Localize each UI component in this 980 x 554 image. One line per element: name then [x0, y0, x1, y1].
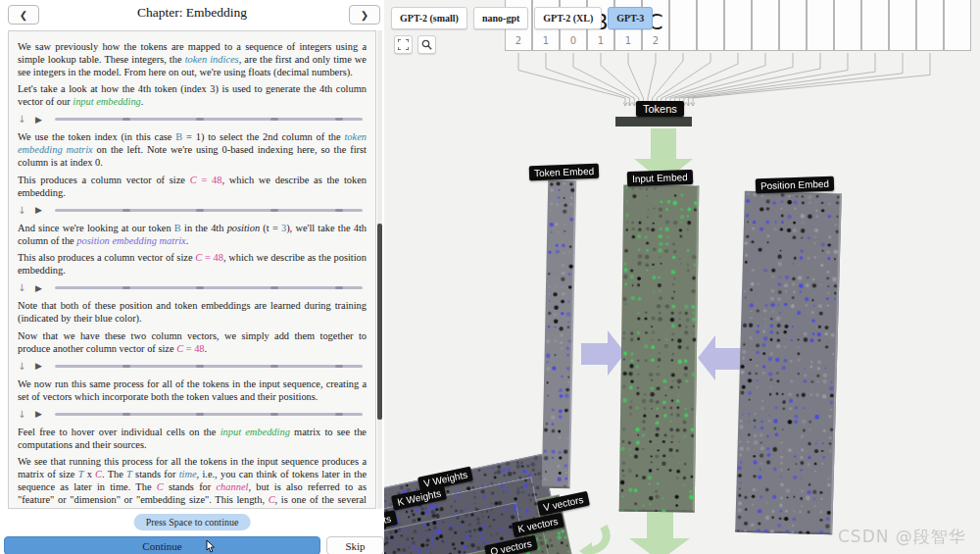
space-hint-badge: Press Space to continue — [134, 514, 251, 530]
token-flow-lines — [518, 53, 930, 106]
animation-player: ↓▶ — [18, 281, 367, 294]
paragraph: Feel free to hover over individual cells… — [18, 426, 367, 451]
paragraph: We now run this same process for all of … — [18, 378, 367, 403]
model-selector: GPT-2 (small)nano-gptGPT-2 (XL)GPT-3 — [391, 7, 653, 29]
timeline-slider[interactable] — [55, 286, 363, 289]
animation-player: ↓▶ — [18, 360, 367, 373]
input-embed-label: Input Embed — [627, 170, 693, 186]
expand-icon[interactable]: ↓ — [18, 361, 35, 372]
expand-icon[interactable]: ↓ — [18, 205, 35, 216]
play-icon[interactable]: ▶ — [35, 409, 55, 419]
expand-icon[interactable]: ↓ — [18, 282, 35, 293]
paragraph: Let's take a look at how the 4th token (… — [18, 82, 367, 108]
arrow-left-position-embed — [698, 335, 742, 380]
visualization-scene[interactable]: C2B1A0B1B1C2 Tokens Token Embed Input Em… — [384, 0, 980, 554]
page-title: Chapter: Embedding — [0, 5, 384, 21]
panel-content: We saw previously how the tokens are map… — [18, 40, 367, 510]
fullscreen-icon — [398, 39, 409, 50]
paragraph: We see that running this process for all… — [18, 455, 367, 509]
timeline-slider[interactable] — [55, 413, 363, 416]
model-button-gpt-2-xl-[interactable]: GPT-2 (XL) — [534, 7, 602, 29]
matrix-dots — [735, 191, 842, 535]
play-icon[interactable]: ▶ — [35, 115, 55, 125]
token-embed-label: Token Embed — [529, 164, 600, 180]
timeline-slider[interactable] — [55, 365, 363, 368]
arrow-curved-green — [590, 527, 607, 551]
scrollbar-thumb[interactable] — [377, 224, 382, 420]
timeline-slider[interactable] — [55, 209, 363, 212]
arrow-right-token-embed — [581, 330, 625, 376]
animation-player: ↓▶ — [18, 204, 367, 217]
animation-player: ↓▶ — [18, 113, 367, 126]
animation-player: ↓▶ — [18, 408, 367, 421]
chapter-panel: ❮ Chapter: Embedding ❯ We saw previously… — [0, 0, 384, 554]
paragraph: This also produces a column vector of si… — [18, 251, 367, 277]
fullscreen-button[interactable] — [394, 35, 413, 54]
timeline-slider[interactable] — [55, 118, 363, 121]
paragraph: Now that we have these two column vector… — [18, 329, 367, 355]
play-icon[interactable]: ▶ — [35, 361, 55, 371]
position-embed-label: Position Embed — [756, 176, 835, 194]
matrix-dots — [619, 184, 700, 512]
tokens-label: Tokens — [636, 101, 684, 117]
paragraph: This produces a column vector of size C … — [18, 174, 367, 199]
watermark: CSDN @段智华 — [838, 526, 966, 548]
arrow-down-output — [629, 507, 690, 554]
continue-button[interactable]: Continue — [4, 536, 320, 554]
expand-icon[interactable]: ↓ — [18, 114, 35, 125]
play-icon[interactable]: ▶ — [35, 283, 55, 293]
model-button-gpt-2-small-[interactable]: GPT-2 (small) — [391, 7, 467, 29]
paragraph: We use the token index (in this case B =… — [18, 130, 367, 169]
next-chapter-button[interactable]: ❯ — [349, 5, 380, 25]
tokens-bar[interactable] — [615, 117, 692, 126]
model-button-gpt-3[interactable]: GPT-3 — [608, 7, 653, 29]
expand-icon[interactable]: ↓ — [18, 409, 35, 420]
position-embed-matrix[interactable] — [735, 191, 842, 535]
search-icon — [421, 39, 432, 50]
paragraph: Note that both of these position and tok… — [18, 299, 367, 325]
search-button[interactable] — [417, 35, 436, 54]
paragraph: We saw previously how the tokens are map… — [18, 40, 367, 78]
model-button-nano-gpt[interactable]: nano-gpt — [473, 7, 528, 29]
skip-button[interactable]: Skip — [326, 536, 384, 554]
mouse-cursor-icon — [206, 539, 217, 554]
chapter-text-panel[interactable]: We saw previously how the tokens are map… — [8, 30, 376, 509]
input-embed-matrix[interactable] — [619, 184, 700, 512]
play-icon[interactable]: ▶ — [35, 205, 55, 215]
paragraph: And since we're looking at our token B i… — [18, 222, 367, 247]
arrow-curved-green-head — [579, 542, 592, 554]
chapter-header: ❮ Chapter: Embedding ❯ — [0, 0, 384, 28]
